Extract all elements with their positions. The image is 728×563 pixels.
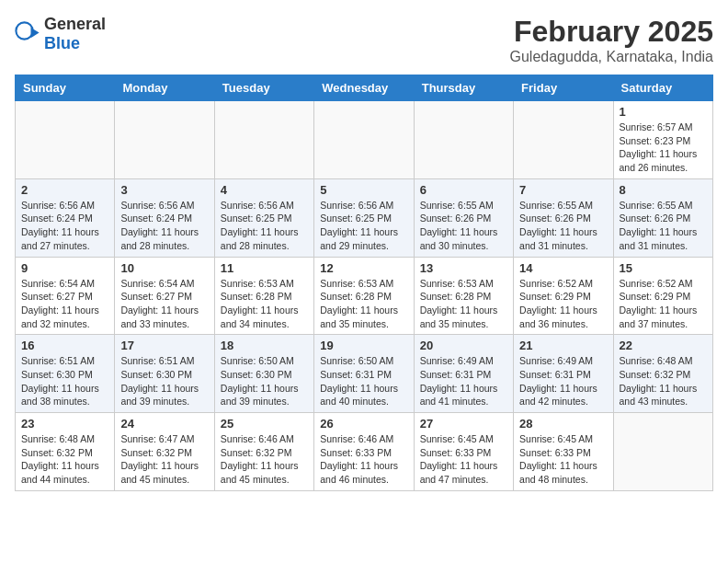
weekday-header-wednesday: Wednesday <box>314 75 414 101</box>
calendar-cell: 27Sunrise: 6:45 AM Sunset: 6:33 PM Dayli… <box>414 413 513 491</box>
day-info: Sunrise: 6:46 AM Sunset: 6:33 PM Dayligh… <box>320 432 407 487</box>
day-info: Sunrise: 6:53 AM Sunset: 6:28 PM Dayligh… <box>320 277 407 331</box>
day-info: Sunrise: 6:53 AM Sunset: 6:28 PM Dayligh… <box>221 277 308 331</box>
calendar-cell: 22Sunrise: 6:48 AM Sunset: 6:32 PM Dayli… <box>613 335 712 413</box>
day-info: Sunrise: 6:47 AM Sunset: 6:32 PM Dayligh… <box>120 432 208 487</box>
calendar-week-3: 9Sunrise: 6:54 AM Sunset: 6:27 PM Daylig… <box>16 257 713 335</box>
day-number: 23 <box>21 417 108 431</box>
calendar-week-4: 16Sunrise: 6:51 AM Sunset: 6:30 PM Dayli… <box>16 335 713 413</box>
day-number: 12 <box>320 261 407 275</box>
day-number: 18 <box>221 339 308 352</box>
day-number: 26 <box>320 417 407 431</box>
day-number: 27 <box>420 417 507 431</box>
weekday-header-saturday: Saturday <box>613 75 712 101</box>
calendar-cell: 7Sunrise: 6:55 AM Sunset: 6:26 PM Daylig… <box>514 178 613 257</box>
day-number: 25 <box>221 417 308 431</box>
weekday-header-tuesday: Tuesday <box>214 75 313 101</box>
day-info: Sunrise: 6:55 AM Sunset: 6:26 PM Dayligh… <box>620 199 707 253</box>
main-title: February 2025 <box>510 15 714 49</box>
day-info: Sunrise: 6:49 AM Sunset: 6:31 PM Dayligh… <box>519 354 607 408</box>
day-info: Sunrise: 6:51 AM Sunset: 6:30 PM Dayligh… <box>21 354 108 408</box>
day-info: Sunrise: 6:50 AM Sunset: 6:31 PM Dayligh… <box>320 354 407 408</box>
calendar-cell: 26Sunrise: 6:46 AM Sunset: 6:33 PM Dayli… <box>314 413 414 491</box>
calendar-cell <box>414 101 513 179</box>
calendar-cell <box>115 101 214 179</box>
calendar-cell: 20Sunrise: 6:49 AM Sunset: 6:31 PM Dayli… <box>414 335 513 413</box>
day-number: 6 <box>420 183 507 197</box>
calendar-cell: 3Sunrise: 6:56 AM Sunset: 6:24 PM Daylig… <box>115 178 214 257</box>
day-number: 5 <box>320 183 407 197</box>
weekday-header-friday: Friday <box>514 75 613 101</box>
calendar-cell: 16Sunrise: 6:51 AM Sunset: 6:30 PM Dayli… <box>16 335 115 413</box>
calendar-cell: 8Sunrise: 6:55 AM Sunset: 6:26 PM Daylig… <box>613 178 712 257</box>
calendar-cell: 28Sunrise: 6:45 AM Sunset: 6:33 PM Dayli… <box>514 413 613 491</box>
calendar-cell: 1Sunrise: 6:57 AM Sunset: 6:23 PM Daylig… <box>613 101 712 179</box>
day-info: Sunrise: 6:48 AM Sunset: 6:32 PM Dayligh… <box>620 354 707 408</box>
calendar-cell: 6Sunrise: 6:55 AM Sunset: 6:26 PM Daylig… <box>414 178 513 257</box>
day-number: 28 <box>519 417 607 431</box>
calendar-cell: 5Sunrise: 6:56 AM Sunset: 6:25 PM Daylig… <box>314 178 414 257</box>
day-number: 11 <box>221 261 308 275</box>
day-number: 14 <box>519 261 607 275</box>
day-number: 20 <box>420 339 507 352</box>
calendar-week-2: 2Sunrise: 6:56 AM Sunset: 6:24 PM Daylig… <box>16 178 713 257</box>
day-number: 4 <box>221 183 308 197</box>
calendar-cell: 21Sunrise: 6:49 AM Sunset: 6:31 PM Dayli… <box>514 335 613 413</box>
svg-point-0 <box>16 22 32 39</box>
day-number: 8 <box>620 183 707 197</box>
logo-blue: Blue <box>44 34 80 52</box>
calendar-cell: 11Sunrise: 6:53 AM Sunset: 6:28 PM Dayli… <box>214 257 313 335</box>
calendar-cell: 9Sunrise: 6:54 AM Sunset: 6:27 PM Daylig… <box>16 257 115 335</box>
calendar-cell <box>514 101 613 179</box>
subtitle: Guledagudda, Karnataka, India <box>510 49 714 65</box>
day-info: Sunrise: 6:55 AM Sunset: 6:26 PM Dayligh… <box>519 199 607 253</box>
day-info: Sunrise: 6:53 AM Sunset: 6:28 PM Dayligh… <box>420 277 507 331</box>
calendar-week-5: 23Sunrise: 6:48 AM Sunset: 6:32 PM Dayli… <box>16 413 713 491</box>
weekday-header-thursday: Thursday <box>414 75 513 101</box>
day-number: 10 <box>120 261 208 275</box>
day-number: 15 <box>620 261 707 275</box>
calendar: SundayMondayTuesdayWednesdayThursdayFrid… <box>15 75 713 491</box>
day-info: Sunrise: 6:46 AM Sunset: 6:32 PM Dayligh… <box>221 432 308 487</box>
day-info: Sunrise: 6:48 AM Sunset: 6:32 PM Dayligh… <box>21 432 108 487</box>
day-info: Sunrise: 6:52 AM Sunset: 6:29 PM Dayligh… <box>620 277 707 331</box>
weekday-header-monday: Monday <box>115 75 214 101</box>
day-info: Sunrise: 6:54 AM Sunset: 6:27 PM Dayligh… <box>120 277 208 331</box>
calendar-cell <box>214 101 313 179</box>
day-number: 3 <box>120 183 208 197</box>
day-info: Sunrise: 6:51 AM Sunset: 6:30 PM Dayligh… <box>120 354 208 408</box>
calendar-cell: 15Sunrise: 6:52 AM Sunset: 6:29 PM Dayli… <box>613 257 712 335</box>
day-info: Sunrise: 6:56 AM Sunset: 6:25 PM Dayligh… <box>221 199 308 253</box>
calendar-cell: 25Sunrise: 6:46 AM Sunset: 6:32 PM Dayli… <box>214 413 313 491</box>
day-number: 17 <box>120 339 208 352</box>
calendar-cell: 19Sunrise: 6:50 AM Sunset: 6:31 PM Dayli… <box>314 335 414 413</box>
calendar-cell: 14Sunrise: 6:52 AM Sunset: 6:29 PM Dayli… <box>514 257 613 335</box>
page-header: General Blue February 2025 Guledagudda, … <box>15 15 713 65</box>
day-info: Sunrise: 6:50 AM Sunset: 6:30 PM Dayligh… <box>221 354 308 408</box>
calendar-cell: 13Sunrise: 6:53 AM Sunset: 6:28 PM Dayli… <box>414 257 513 335</box>
title-area: February 2025 Guledagudda, Karnataka, In… <box>510 15 714 65</box>
day-info: Sunrise: 6:52 AM Sunset: 6:29 PM Dayligh… <box>519 277 607 331</box>
day-number: 22 <box>620 339 707 352</box>
calendar-cell: 23Sunrise: 6:48 AM Sunset: 6:32 PM Dayli… <box>16 413 115 491</box>
logo-icon <box>15 21 40 47</box>
calendar-cell <box>613 413 712 491</box>
day-info: Sunrise: 6:45 AM Sunset: 6:33 PM Dayligh… <box>420 432 507 487</box>
svg-marker-1 <box>31 28 40 38</box>
day-number: 9 <box>21 261 108 275</box>
calendar-cell: 10Sunrise: 6:54 AM Sunset: 6:27 PM Dayli… <box>115 257 214 335</box>
calendar-week-1: 1Sunrise: 6:57 AM Sunset: 6:23 PM Daylig… <box>16 101 713 179</box>
day-number: 7 <box>519 183 607 197</box>
day-number: 1 <box>620 105 707 119</box>
day-info: Sunrise: 6:45 AM Sunset: 6:33 PM Dayligh… <box>519 432 607 487</box>
calendar-cell: 17Sunrise: 6:51 AM Sunset: 6:30 PM Dayli… <box>115 335 214 413</box>
day-info: Sunrise: 6:56 AM Sunset: 6:25 PM Dayligh… <box>320 199 407 253</box>
day-number: 16 <box>21 339 108 352</box>
day-number: 19 <box>320 339 407 352</box>
calendar-cell <box>314 101 414 179</box>
calendar-cell: 24Sunrise: 6:47 AM Sunset: 6:32 PM Dayli… <box>115 413 214 491</box>
logo-general: General <box>44 15 106 33</box>
day-info: Sunrise: 6:56 AM Sunset: 6:24 PM Dayligh… <box>120 199 208 253</box>
day-number: 13 <box>420 261 507 275</box>
calendar-cell: 4Sunrise: 6:56 AM Sunset: 6:25 PM Daylig… <box>214 178 313 257</box>
